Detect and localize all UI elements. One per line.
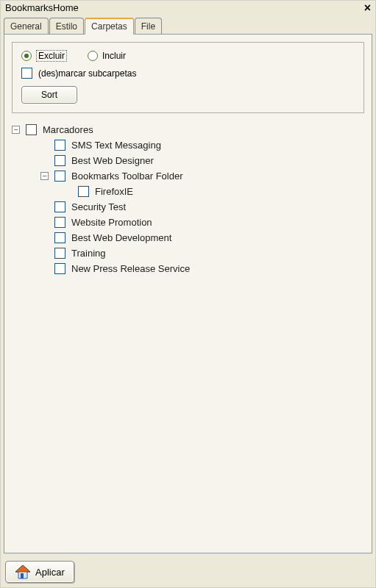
svg-marker-1 xyxy=(15,565,30,572)
footer: Aplicar xyxy=(1,556,375,587)
tree-row[interactable]: SMS Text Messaging xyxy=(12,137,364,153)
tree-label: FirefoxIE xyxy=(95,186,133,197)
checkbox-label: (des)marcar subcarpetas xyxy=(38,68,136,79)
svg-rect-2 xyxy=(21,573,24,578)
tab-label: Estilo xyxy=(56,21,77,32)
tree-row[interactable]: Training xyxy=(12,245,364,261)
button-label: Sort xyxy=(41,90,57,100)
button-label: Aplicar xyxy=(35,567,65,578)
checkbox-desmarcar[interactable]: (des)marcar subcarpetas xyxy=(21,68,355,79)
tree-row[interactable]: New Press Release Service xyxy=(12,261,364,276)
checkbox-icon[interactable] xyxy=(54,201,65,212)
folder-tree: − Marcadores SMS Text Messaging Best Web… xyxy=(12,122,364,276)
checkbox-icon[interactable] xyxy=(54,171,65,182)
apply-button[interactable]: Aplicar xyxy=(5,561,74,583)
checkbox-icon[interactable] xyxy=(54,140,65,151)
tree-label: New Press Release Service xyxy=(71,263,190,274)
tree-label: Marcadores xyxy=(43,124,93,135)
tree-label: Security Test xyxy=(71,201,126,212)
tree-label: Bookmarks Toolbar Folder xyxy=(71,171,183,182)
tree-label: Best Web Designer xyxy=(71,155,154,166)
window-title: BookmarksHome xyxy=(5,2,79,13)
radio-icon xyxy=(21,51,32,61)
tree-label: Training xyxy=(71,248,105,259)
tab-label: Carpetas xyxy=(91,21,127,32)
tree-row[interactable]: Security Test xyxy=(12,199,364,215)
tab-strip: General Estilo Carpetas File xyxy=(1,16,375,34)
tab-carpetas[interactable]: Carpetas xyxy=(85,18,134,35)
tree-row-root[interactable]: − Marcadores xyxy=(12,122,364,137)
tree-row[interactable]: Best Web Designer xyxy=(12,153,364,168)
radio-row: Excluir Incluir xyxy=(21,50,355,62)
radio-incluir[interactable]: Incluir xyxy=(88,51,126,61)
checkbox-icon[interactable] xyxy=(26,124,37,135)
settings-window: BookmarksHome × General Estilo Carpetas … xyxy=(0,0,376,588)
checkbox-icon xyxy=(21,68,32,79)
checkbox-icon[interactable] xyxy=(54,217,65,228)
checkbox-icon[interactable] xyxy=(54,155,65,166)
tree-row[interactable]: FirefoxIE xyxy=(12,184,364,199)
radio-label: Incluir xyxy=(102,51,126,61)
tab-content: Excluir Incluir (des)marcar subcarpetas … xyxy=(4,34,372,553)
tab-general[interactable]: General xyxy=(4,18,49,34)
radio-excluir[interactable]: Excluir xyxy=(21,50,67,62)
collapse-icon[interactable]: − xyxy=(12,126,20,134)
home-icon xyxy=(15,564,31,579)
radio-icon xyxy=(88,51,98,61)
tab-label: General xyxy=(10,21,42,32)
close-icon[interactable]: × xyxy=(364,3,371,13)
tab-label: File xyxy=(141,21,155,32)
tab-estilo[interactable]: Estilo xyxy=(49,18,84,34)
tree-row[interactable]: Website Promotion xyxy=(12,215,364,230)
tree-row[interactable]: Best Web Development xyxy=(12,230,364,245)
tree-label: Best Web Development xyxy=(71,232,171,243)
checkbox-icon[interactable] xyxy=(78,186,89,197)
sort-button[interactable]: Sort xyxy=(21,86,77,104)
collapse-icon[interactable]: − xyxy=(40,172,49,180)
titlebar: BookmarksHome × xyxy=(1,1,375,16)
tab-file[interactable]: File xyxy=(135,18,162,34)
radio-label: Excluir xyxy=(36,50,67,62)
checkbox-icon[interactable] xyxy=(54,248,65,259)
checkbox-icon[interactable] xyxy=(54,263,65,274)
options-frame: Excluir Incluir (des)marcar subcarpetas … xyxy=(12,42,364,113)
tree-label: SMS Text Messaging xyxy=(71,140,161,151)
tree-label: Website Promotion xyxy=(71,217,152,228)
tree-row-toolbar-folder[interactable]: − Bookmarks Toolbar Folder xyxy=(12,168,364,184)
checkbox-icon[interactable] xyxy=(54,232,65,243)
